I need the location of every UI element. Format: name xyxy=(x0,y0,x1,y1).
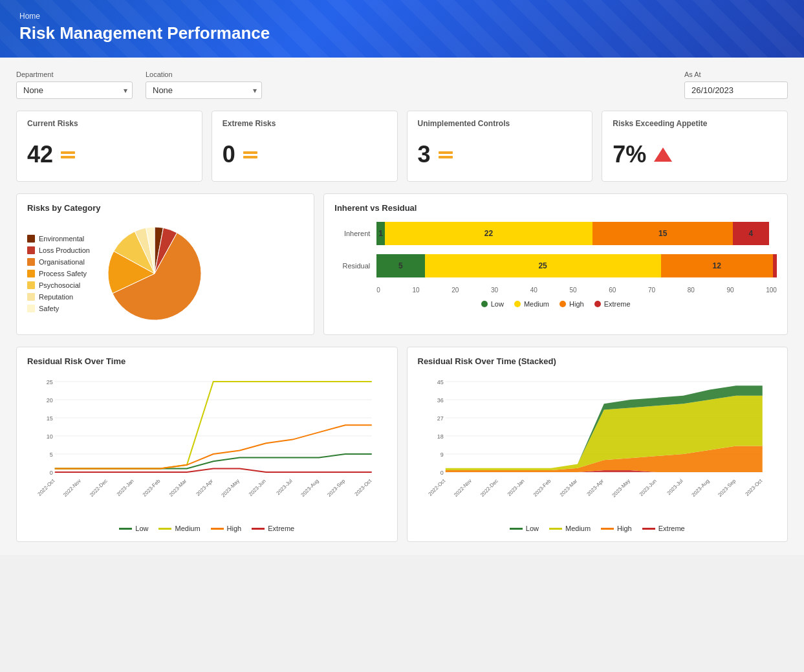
bar-row-1: Residual52512 xyxy=(334,254,777,277)
bar-legend-label: High xyxy=(569,300,584,308)
chart-legend-item: Extreme xyxy=(252,525,294,532)
svg-text:2023-Apr: 2023-Apr xyxy=(195,478,215,497)
chart-legend-line xyxy=(158,528,171,530)
kpi-number: 42 xyxy=(27,141,53,168)
svg-text:2023-Jan: 2023-Jan xyxy=(506,478,525,497)
pie-legend-item: Safety xyxy=(27,305,90,312)
axis-label: 50 xyxy=(570,287,577,294)
axis-label: 90 xyxy=(727,287,734,294)
chart-legend-item: Extreme xyxy=(642,525,685,532)
pie-legend-item: Psychosocial xyxy=(27,281,90,289)
chart-legend-label: Low xyxy=(526,525,539,532)
department-label: Department xyxy=(16,70,133,78)
bar-legend-label: Low xyxy=(491,300,504,308)
chart-legend-line xyxy=(211,528,224,530)
axis-label: 100 xyxy=(766,287,777,294)
legend-label: Organisational xyxy=(39,258,85,266)
kpi-card-1: Extreme Risks 0 xyxy=(212,111,398,182)
kpi-value-row: 42 xyxy=(27,136,191,173)
asat-label: As At xyxy=(684,70,788,78)
bar-segment: 5 xyxy=(376,254,424,277)
middle-charts: Risks by Category Environmental Loss Pro… xyxy=(16,193,788,335)
svg-text:2022-Oct: 2022-Oct xyxy=(427,478,446,497)
bar-segment: 22 xyxy=(385,222,593,245)
stacked-chart-card: Residual Risk Over Time (Stacked) 091827… xyxy=(407,347,788,542)
kpi-title: Current Risks xyxy=(27,119,191,128)
bar-legend-item: Low xyxy=(481,300,504,308)
pie-svg xyxy=(103,222,206,325)
chart-legend-label: Low xyxy=(135,525,148,532)
line-chart-card: Residual Risk Over Time 05101520252022-O… xyxy=(16,347,398,542)
bar-chart: Inherent122154Residual525120102030405060… xyxy=(334,222,777,314)
svg-text:2022-Nov: 2022-Nov xyxy=(453,478,473,498)
department-select[interactable]: None xyxy=(16,81,133,99)
bar-legend-item: High xyxy=(560,300,584,308)
bar-legend-dot xyxy=(560,301,566,307)
legend-color xyxy=(27,258,35,266)
axis-label: 20 xyxy=(451,287,459,294)
svg-text:25: 25 xyxy=(47,379,53,385)
pie-legend-item: Organisational xyxy=(27,258,90,266)
chart-legend-label: High xyxy=(617,525,632,532)
chart-legend-label: Medium xyxy=(175,525,200,532)
kpi-row: Current Risks 42 Extreme Risks 0 Unimple… xyxy=(16,111,788,182)
line-chart-legend: Low Medium High Extreme xyxy=(27,525,387,532)
kpi-value-row: 3 xyxy=(418,136,582,173)
triangle-icon xyxy=(654,147,672,162)
svg-text:2022-Dec: 2022-Dec xyxy=(89,478,109,498)
svg-text:2023-May: 2023-May xyxy=(611,478,631,499)
department-select-wrapper[interactable]: None xyxy=(16,81,133,99)
svg-text:2023-Mar: 2023-Mar xyxy=(168,478,188,498)
svg-text:2022-Nov: 2022-Nov xyxy=(62,478,82,498)
asat-input[interactable] xyxy=(684,81,788,99)
bar-legend-dot xyxy=(481,301,488,307)
chart-legend-line xyxy=(549,528,562,530)
legend-color xyxy=(27,305,35,312)
line-chart-title: Residual Risk Over Time xyxy=(27,356,387,366)
svg-text:2023-Oct: 2023-Oct xyxy=(354,478,373,497)
bar-chart-title: Inherent vs Residual xyxy=(334,203,777,213)
department-filter: Department None xyxy=(16,70,133,99)
pie-legend: Environmental Loss Production Organisati… xyxy=(27,235,90,312)
bar-legend-label: Extreme xyxy=(604,300,631,308)
chart-legend-line xyxy=(642,528,655,530)
svg-text:2023-Feb: 2023-Feb xyxy=(532,478,552,498)
svg-text:36: 36 xyxy=(437,397,443,404)
kpi-number: 0 xyxy=(223,141,235,168)
pie-chart-title: Risks by Category xyxy=(27,203,303,213)
location-select[interactable]: None xyxy=(146,81,262,99)
bar-track: 122154 xyxy=(376,222,777,245)
svg-text:5: 5 xyxy=(50,451,53,458)
svg-text:2023-May: 2023-May xyxy=(220,478,241,499)
legend-color xyxy=(27,246,35,254)
bar-chart-card: Inherent vs Residual Inherent122154Resid… xyxy=(323,193,788,335)
svg-text:2023-Sep: 2023-Sep xyxy=(717,478,737,498)
bar-label: Residual xyxy=(334,262,370,270)
svg-text:2023-Oct: 2023-Oct xyxy=(744,478,763,497)
location-select-wrapper[interactable]: None xyxy=(146,81,262,99)
kpi-value-row: 0 xyxy=(223,136,387,173)
kpi-card-3: Risks Exceeding Appetite 7% xyxy=(602,111,788,182)
chart-legend-line xyxy=(510,528,523,530)
svg-text:2023-Jan: 2023-Jan xyxy=(116,478,135,497)
page-title: Risk Management Performance xyxy=(19,23,785,43)
legend-label: Psychosocial xyxy=(39,281,80,289)
svg-text:45: 45 xyxy=(437,379,443,385)
chart-legend-label: Extreme xyxy=(268,525,294,532)
equal-icon xyxy=(243,151,257,158)
bottom-charts: Residual Risk Over Time 05101520252022-O… xyxy=(16,347,788,542)
kpi-title: Unimplemented Controls xyxy=(418,119,582,128)
kpi-card-0: Current Risks 42 xyxy=(16,111,202,182)
bar-segment: 25 xyxy=(425,254,661,277)
bar-row-0: Inherent122154 xyxy=(334,222,777,245)
bar-axis: 0102030405060708090100 xyxy=(376,287,777,294)
stacked-chart-title: Residual Risk Over Time (Stacked) xyxy=(418,356,777,366)
bar-segment: 15 xyxy=(592,222,733,245)
kpi-title: Extreme Risks xyxy=(223,119,387,128)
legend-color xyxy=(27,235,35,243)
bar-legend-item: Extreme xyxy=(594,300,631,308)
svg-text:0: 0 xyxy=(440,470,443,476)
svg-text:2023-Apr: 2023-Apr xyxy=(585,478,605,497)
bar-legend: Low Medium High Extreme xyxy=(334,300,777,308)
chart-legend-label: Extreme xyxy=(658,525,685,532)
